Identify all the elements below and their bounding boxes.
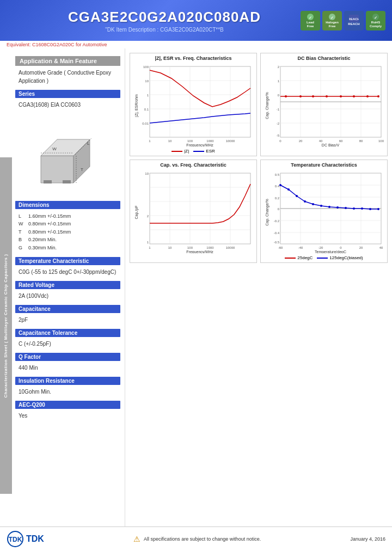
left-panel: Application & Main Feature Automotive Gr… — [0, 48, 125, 526]
svg-text:2: 2 — [147, 215, 149, 218]
page: CGA3E2C0G2A020C080AD "DK Item Descriptio… — [0, 0, 392, 551]
svg-point-66 — [326, 95, 328, 97]
svg-text:Cap. Change/%: Cap. Change/% — [265, 199, 270, 225]
application-header: Application & Main Feature — [15, 56, 120, 66]
svg-point-118 — [296, 195, 298, 197]
svg-point-123 — [336, 206, 339, 209]
svg-point-124 — [345, 207, 347, 209]
notice-area: ⚠ All specifications are subject to chan… — [133, 535, 261, 543]
side-label-text: Characterization Sheet ( Multilayer Cera… — [4, 254, 9, 397]
svg-text:T: T — [81, 167, 83, 172]
temp-legend: 25degC 125degC(biased) — [263, 255, 385, 260]
svg-point-67 — [340, 95, 342, 97]
svg-text:Cap. Change/%: Cap. Change/% — [265, 92, 270, 119]
svg-point-69 — [366, 95, 369, 97]
temp-legend-2: 125degC(biased) — [317, 255, 363, 260]
svg-text:100: 100 — [187, 246, 193, 249]
svg-text:1: 1 — [149, 139, 151, 143]
svg-text:20: 20 — [359, 246, 363, 249]
svg-text:|Z|, ESR/ohm: |Z|, ESR/ohm — [134, 94, 139, 117]
svg-rect-18 — [63, 180, 71, 183]
svg-point-116 — [279, 184, 281, 186]
svg-text:60: 60 — [339, 139, 343, 143]
svg-text:0: 0 — [278, 207, 280, 211]
z-legend: |Z| — [171, 149, 189, 154]
svg-text:-0.2: -0.2 — [274, 219, 280, 223]
series-header: Series — [15, 90, 120, 98]
svg-text:40: 40 — [379, 246, 383, 249]
svg-text:W: W — [52, 146, 57, 151]
temp-legend-1-label: 25degC — [297, 255, 313, 260]
side-label-bar: Characterization Sheet ( Multilayer Cera… — [0, 157, 12, 494]
svg-text:-2: -2 — [277, 122, 280, 125]
tdk-logo: TDK TDK — [7, 530, 44, 548]
equivalent-section: Equivalent: C1608C0G2A020C for Automotiv… — [0, 41, 392, 48]
capfreq-chart-title: Cap. vs. Freq. Characteristic — [132, 162, 254, 168]
svg-text:-0.5: -0.5 — [274, 241, 280, 244]
svg-text:10000: 10000 — [226, 139, 235, 143]
svg-text:100: 100 — [187, 139, 193, 143]
svg-text:Temperature/degC: Temperature/degC — [315, 250, 346, 253]
q-factor-value: 440 Min — [15, 363, 120, 372]
svg-text:L: L — [87, 141, 90, 146]
svg-point-70 — [377, 95, 379, 97]
svg-text:✓: ✓ — [374, 16, 377, 20]
insulation-header: Insulation Resistance — [15, 377, 120, 385]
impedance-svg: |Z|, ESR/ohm 100 10 — [132, 62, 254, 146]
dim-T: T0.80mm +/-0.15mm — [19, 228, 117, 236]
svg-text:1000: 1000 — [206, 246, 214, 249]
svg-text:0.2: 0.2 — [275, 197, 280, 200]
temp-svg: Cap. Change/% — [263, 169, 385, 253]
z-legend-label: |Z| — [184, 149, 189, 154]
svg-text:20: 20 — [299, 139, 303, 143]
warning-icon: ⚠ — [133, 535, 140, 543]
svg-text:10: 10 — [145, 172, 149, 175]
svg-point-63 — [285, 95, 287, 97]
svg-marker-8 — [41, 156, 74, 183]
insulation-value: 10Gohm Min. — [15, 387, 120, 396]
application-value: Automotive Grade ( Conductive Epoxy Appl… — [15, 68, 120, 85]
footer: TDK TDK ⚠ All specifications are subject… — [0, 526, 392, 551]
lead-free-badge: ✓ LeadFree — [301, 11, 320, 30]
svg-text:✓: ✓ — [330, 16, 334, 20]
rohs-badge: ✓ RoHSComply — [366, 11, 385, 30]
svg-text:10000: 10000 — [226, 246, 235, 249]
svg-rect-20 — [150, 66, 250, 137]
temp-char-header: Temperature Characteristic — [15, 257, 120, 265]
halogen-free-badge: ✓ HalogenFree — [322, 11, 342, 30]
capacitance-header: Capacitance — [15, 305, 120, 313]
svg-text:10: 10 — [168, 246, 172, 249]
impedance-legend: |Z| ESR — [132, 149, 254, 154]
svg-text:-40: -40 — [298, 246, 303, 249]
svg-text:0.01: 0.01 — [142, 122, 149, 125]
capfreq-chart: Cap. vs. Freq. Characteristic Cap./pF — [130, 160, 257, 263]
svg-text:2: 2 — [278, 65, 280, 69]
aec-value: Yes — [15, 411, 120, 420]
impedance-chart: |Z|, ESR vs. Freq. Characteristics |Z|, … — [130, 53, 257, 156]
svg-text:TDK: TDK — [9, 536, 22, 543]
svg-point-68 — [353, 95, 355, 97]
svg-text:100: 100 — [143, 65, 149, 69]
svg-point-64 — [299, 95, 302, 97]
temp-chart: Temperature Characteristics Cap. Change/… — [260, 160, 388, 263]
header-title-area: CGA3E2C0G2A020C080AD "DK Item Descriptio… — [28, 9, 301, 33]
svg-text:DC Bias/V: DC Bias/V — [322, 143, 340, 146]
q-factor-header: Q Factor — [15, 353, 120, 361]
esr-legend-label: ESR — [206, 149, 215, 154]
svg-point-65 — [312, 95, 314, 97]
charts-grid: |Z|, ESR vs. Freq. Characteristics |Z|, … — [130, 53, 388, 263]
svg-point-120 — [312, 203, 314, 205]
svg-text:100: 100 — [378, 139, 384, 143]
svg-text:1: 1 — [278, 79, 280, 83]
svg-text:-20: -20 — [318, 246, 323, 249]
svg-point-119 — [304, 200, 306, 203]
impedance-chart-title: |Z|, ESR vs. Freq. Characteristics — [132, 56, 254, 61]
svg-rect-17 — [44, 180, 52, 183]
svg-text:Cap./pF: Cap./pF — [134, 206, 139, 219]
capacitance-value: 2pF — [15, 315, 120, 325]
svg-point-117 — [287, 188, 290, 191]
svg-text:1: 1 — [147, 241, 149, 244]
capfreq-svg: Cap./pF 10 2 1 — [132, 169, 254, 253]
svg-text:REACH: REACH — [349, 17, 359, 21]
svg-text:80: 80 — [359, 139, 363, 143]
